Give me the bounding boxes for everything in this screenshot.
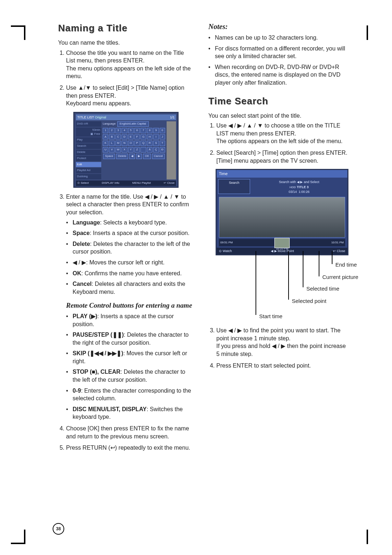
osd-footer-close: ↩ Close	[164, 181, 175, 185]
osd-key: 8	[147, 128, 152, 133]
annot-end: End time	[335, 261, 357, 268]
osd-bottom-key: ◀	[129, 154, 135, 159]
osd-key: Á	[147, 147, 152, 153]
time-osd-close: ↩ Close	[333, 249, 345, 253]
osd-key: 9	[153, 128, 159, 133]
heading-time-search: Time Search	[208, 95, 348, 108]
osd-key: F	[134, 134, 140, 140]
time-step-1: Use ◀ / ▶ / ▲ / ▼ to choose a title on t…	[216, 122, 348, 145]
osd-key-row: ABCDEFGHIJ	[103, 134, 165, 140]
osd-bottom-key: Delete	[116, 154, 128, 159]
osd-key: I	[153, 134, 159, 140]
annot-selpoint: Selected point	[292, 297, 326, 305]
step-4: Choose [OK] then press ENTER to fix the …	[66, 425, 194, 440]
time-osd-slider: 09:51 PM 10:10 PM 10:51 PM	[219, 239, 345, 246]
time-mid: 10:10 PM	[276, 247, 288, 251]
osd-key: 3	[115, 128, 121, 133]
osd-key: D	[122, 134, 127, 140]
rc-skip: SKIP (❚◀◀ / ▶▶❚): Moves the cursor left …	[66, 349, 194, 365]
osd-bottom-key: OK	[143, 154, 151, 159]
annot-seltime: Selected time	[306, 285, 339, 292]
step-1: Choose the title you want to name on the…	[66, 49, 194, 80]
osd-key-row: KLMNOPQRST	[103, 141, 165, 146]
crop-mark	[367, 25, 368, 40]
opt-ok: OK: Confirms the name you have entered.	[66, 270, 194, 278]
crop-mark	[11, 543, 25, 544]
subhead-remote: Remote Control buttons for entering a na…	[66, 301, 194, 310]
osd-key: 7	[140, 128, 146, 133]
osd-key: V	[109, 147, 114, 153]
osd-key: L	[109, 141, 114, 146]
time-osd-hint: Search with ◀ ▶ and Select	[252, 180, 346, 184]
osd-menu-edit: Edit	[76, 162, 101, 167]
osd-key: Ð	[160, 147, 165, 153]
time-osd-watch: ⊙ Watch	[219, 249, 232, 253]
osd-key: B	[109, 134, 114, 140]
annot-current: Current picture	[322, 274, 358, 281]
osd-key: G	[140, 134, 146, 140]
osd-mode: Original	[95, 116, 106, 119]
osd-key: N	[122, 141, 127, 146]
time-marker	[274, 238, 290, 248]
left-column: Naming a Title You can name the titles. …	[58, 22, 194, 455]
osd-menu-delete: Delete	[76, 150, 101, 155]
osd-menu-search: Search	[76, 143, 101, 149]
naming-steps-cont: Enter a name for the title. Use ◀ / ▶ / …	[58, 193, 194, 452]
rc-play: PLAY (▶): Inserts a space at the cursor …	[66, 312, 194, 328]
osd-key: O	[128, 141, 134, 146]
osd-bottom-key: ▶	[136, 154, 142, 159]
note-3: When recording on DVD-R, DVD-RW or DVD+R…	[215, 63, 348, 87]
right-column: Notes: Names can be up to 32 characters …	[208, 22, 348, 455]
osd-key: K	[103, 141, 108, 146]
osd-key: 6	[134, 128, 140, 133]
time-right: 10:51 PM	[331, 241, 344, 245]
opt-language: Language: Selects a keyboard type.	[66, 219, 194, 227]
keyboard-osd: TITLE LIST Original 1/1 DVD-VR 53min▣ Fr…	[73, 112, 179, 188]
annot-start: Start time	[259, 313, 282, 320]
osd-key: 4	[122, 128, 127, 133]
osd-bottom-row: SpaceDelete◀▶OKCancel	[103, 154, 165, 159]
osd-lang-option: English/Latin Capital	[117, 121, 149, 127]
step-3: Enter a name for the title. Use ◀ / ▶ / …	[66, 193, 194, 421]
osd-key: P	[134, 141, 140, 146]
opt-leftright: ◀ / ▶: Moves the cursor left or right.	[66, 259, 194, 267]
time-osd-preview	[219, 197, 345, 238]
osd-key: R	[147, 141, 152, 146]
osd-key: H	[147, 134, 152, 140]
osd-key: W	[115, 147, 121, 153]
time-left: 09:51 PM	[220, 241, 233, 245]
osd-key: 5	[128, 128, 134, 133]
naming-steps: Choose the title you want to name on the…	[58, 49, 194, 108]
time-step-3: Use ◀ / ▶ to find the point you want to …	[216, 327, 348, 358]
osd-disc: DVD-VR	[76, 121, 101, 127]
osd-title: TITLE LIST	[77, 116, 94, 119]
time-osd-title: HDD TITLE 3 03/14 1:00:26	[252, 185, 346, 194]
osd-page: 1/1	[170, 115, 175, 119]
osd-free: 53min▣ Free	[76, 127, 101, 137]
osd-key: M	[115, 141, 121, 146]
crop-mark	[24, 530, 25, 544]
time-osd-header: Time	[217, 170, 347, 178]
osd-key: 0	[160, 128, 165, 133]
osd-key: Ç	[153, 147, 159, 153]
osd-key: U	[103, 147, 108, 153]
note-2: For discs formatted on a different recor…	[215, 45, 348, 60]
osd-bottom-key: Cancel	[152, 154, 165, 159]
osd-key: Y	[128, 147, 134, 153]
rc-stop: STOP (■), CLEAR: Deletes the character t…	[66, 368, 194, 384]
time-intro: You can select start point of the title.	[208, 112, 348, 120]
rc-disc: DISC MENU/LIST, DISPLAY: Switches the ke…	[66, 405, 194, 421]
naming-intro: You can name the titles.	[58, 39, 194, 47]
osd-menu-playlist: Playlist Ad	[76, 168, 101, 173]
opt-cancel: Cancel: Deletes all characters and exits…	[66, 280, 194, 296]
step-2: Use ▲/▼ to select [Edit] > [Title Name] …	[66, 84, 194, 108]
osd-key: S	[153, 141, 159, 146]
osd-menu-play: Play	[76, 137, 101, 143]
osd-key: J	[160, 134, 165, 140]
time-osd-side: Search	[218, 179, 250, 194]
osd-key: E	[128, 134, 134, 140]
page-number: 38	[53, 523, 64, 535]
osd-thumbs	[167, 121, 176, 179]
notes-heading: Notes:	[208, 22, 348, 32]
crop-mark	[24, 25, 25, 40]
